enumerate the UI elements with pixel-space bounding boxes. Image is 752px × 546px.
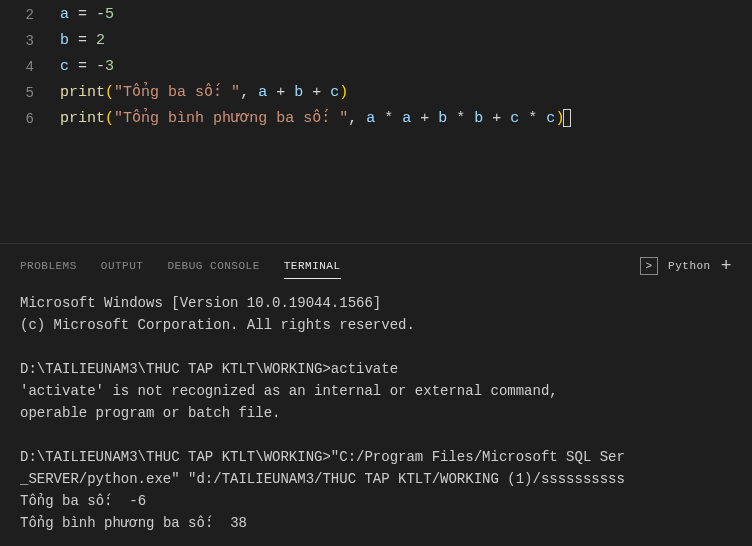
terminal-line: Tổng bình phương ba số: 38 [20,512,732,534]
tab-output[interactable]: OUTPUT [101,254,144,278]
code-editor[interactable]: 2a = -53b = 24c = -35print("Tổng ba số: … [0,0,752,132]
code-line[interactable]: 3b = 2 [0,28,752,54]
terminal-line [20,424,732,446]
line-number: 4 [0,54,60,80]
code-line[interactable]: 4c = -3 [0,54,752,80]
code-line[interactable]: 5print("Tổng ba số: ", a + b + c) [0,80,752,106]
terminal-line: (c) Microsoft Corporation. All rights re… [20,314,732,336]
terminal-line: 'activate' is not recognized as an inter… [20,380,732,402]
terminal-line: Microsoft Windows [Version 10.0.19044.15… [20,292,732,314]
terminal-line: D:\TAILIEUNAM3\THUC TAP KTLT\WORKING>"C:… [20,446,732,468]
terminal-line: _SERVER/python.exe" "d:/TAILIEUNAM3/THUC… [20,468,732,490]
shell-name[interactable]: Python [668,260,711,272]
line-number: 5 [0,80,60,106]
code-content[interactable]: c = -3 [60,54,752,80]
line-number: 6 [0,106,60,132]
panel-actions: > Python + [640,256,732,276]
code-line[interactable]: 2a = -5 [0,2,752,28]
new-terminal-icon[interactable]: + [721,256,732,276]
tab-debug-console[interactable]: DEBUG CONSOLE [167,254,259,278]
code-line[interactable]: 6print("Tổng bình phương ba số: ", a * a… [0,106,752,132]
tab-terminal[interactable]: TERMINAL [284,254,341,279]
code-content[interactable]: a = -5 [60,2,752,28]
editor-empty-space [0,132,752,243]
terminal-line [20,336,732,358]
code-content[interactable]: print("Tổng bình phương ba số: ", a * a … [60,106,752,132]
line-number: 3 [0,28,60,54]
terminal-line: Tổng ba số: -6 [20,490,732,512]
bottom-panel: PROBLEMS OUTPUT DEBUG CONSOLE TERMINAL >… [0,243,752,546]
code-content[interactable]: b = 2 [60,28,752,54]
line-number: 2 [0,2,60,28]
cursor [563,109,571,127]
terminal-dropdown-icon[interactable]: > [640,257,658,275]
tab-problems[interactable]: PROBLEMS [20,254,77,278]
terminal-line: operable program or batch file. [20,402,732,424]
terminal-line: D:\TAILIEUNAM3\THUC TAP KTLT\WORKING>act… [20,358,732,380]
panel-tabs: PROBLEMS OUTPUT DEBUG CONSOLE TERMINAL >… [0,244,752,280]
terminal-output[interactable]: Microsoft Windows [Version 10.0.19044.15… [0,280,752,546]
code-content[interactable]: print("Tổng ba số: ", a + b + c) [60,80,752,106]
